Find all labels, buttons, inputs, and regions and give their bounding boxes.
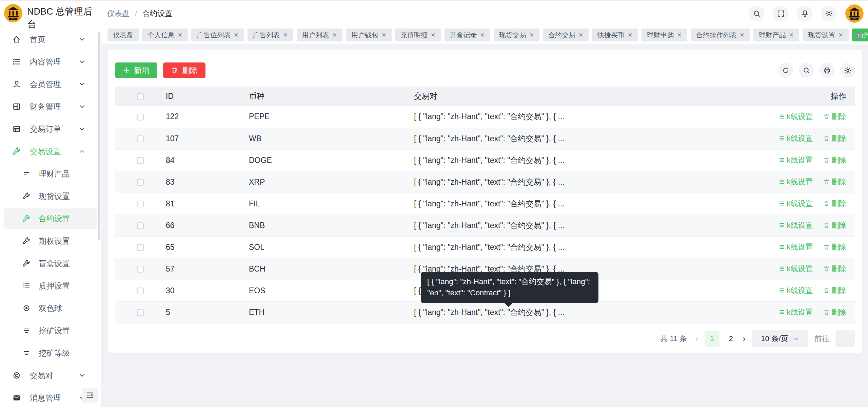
close-icon[interactable]: ✕ [178,32,182,38]
print-icon[interactable] [820,63,834,78]
row-delete-link[interactable]: 删除 [823,199,846,209]
table-row[interactable]: 84 DOGE [ { "lang": "zh-Hant", "text": "… [115,149,855,171]
tab-ads[interactable]: 广告列表✕ [248,29,293,41]
cell-pair[interactable]: [ { "lang": "zh-Hant", "text": "合约交易" },… [414,128,750,149]
refresh-icon[interactable] [778,63,793,78]
table-search-icon[interactable] [799,63,814,78]
close-icon[interactable]: ✕ [578,32,583,38]
tab-deposits[interactable]: 充值明细✕ [395,29,441,41]
close-icon[interactable]: ✕ [628,32,632,38]
pagination-next-icon[interactable]: › [743,333,746,344]
kline-settings-link[interactable]: k线设置 [779,177,813,187]
tab-contract-ops[interactable]: 合约操作列表✕ [691,29,750,41]
tab-quick-buy[interactable]: 快捷买币✕ [592,29,638,41]
row-delete-link[interactable]: 删除 [823,285,846,296]
close-icon[interactable]: ✕ [740,32,745,38]
tab-ad-slots[interactable]: 广告位列表✕ [191,29,244,41]
row-delete-link[interactable]: 删除 [823,220,846,230]
close-icon[interactable]: ✕ [234,32,238,38]
kline-settings-link[interactable]: k线设置 [779,264,813,274]
table-row[interactable]: 81 FIL [ { "lang": "zh-Hant", "text": "合… [115,193,855,215]
pagination-page-1[interactable]: 1 [705,331,719,347]
table-row[interactable]: 65 SOL [ { "lang": "zh-Hant", "text": "合… [115,236,855,258]
sidebar-item-mining-levels[interactable]: 挖矿等级 [0,342,101,364]
sidebar-item-contract-settings[interactable]: 合约设置 [0,207,101,230]
close-icon[interactable]: ✕ [283,32,288,38]
row-delete-link[interactable]: 删除 [823,112,846,122]
tab-contract-trade[interactable]: 合约交易✕ [543,29,589,41]
sidebar-item-pledge-settings[interactable]: 质押设置 [0,275,101,297]
row-delete-link[interactable]: 删除 [823,133,846,144]
row-delete-link[interactable]: 删除 [823,155,846,165]
tab-spot-settings[interactable]: 现货设置✕ [803,29,848,41]
close-icon[interactable]: ✕ [677,32,682,38]
fullscreen-icon[interactable] [773,6,789,21]
row-delete-link[interactable]: 删除 [823,264,846,274]
cell-pair[interactable]: [ { "lang": "zh-Hant", "text": "合约交易" },… [414,149,750,171]
row-checkbox[interactable] [137,222,144,229]
row-checkbox[interactable] [137,309,144,316]
cell-pair[interactable]: [ { "lang": "zh-Hant", "text": "合约交易" },… [414,171,750,193]
tab-users[interactable]: 用户列表✕ [297,29,342,41]
tab-profile[interactable]: 个人信息✕ [142,29,188,41]
close-icon[interactable]: ✕ [332,32,337,38]
row-checkbox[interactable] [137,135,144,142]
sidebar-item-content[interactable]: 内容管理 [0,51,101,73]
table-row[interactable]: 107 WB [ { "lang": "zh-Hant", "text": "合… [115,128,855,149]
cell-pair[interactable]: [ { "lang": "zh-Hant", "text": "合约交易" },… [414,301,750,323]
row-checkbox[interactable] [137,266,144,273]
row-checkbox[interactable] [137,201,144,207]
breadcrumb-root[interactable]: 仪表盘 [107,8,130,19]
cell-pair[interactable]: [ { "lang": "zh-Hant", "text": "合约交易" },… [414,215,750,236]
tab-box-records[interactable]: 开盒记录✕ [445,29,490,41]
pagination-prev-icon[interactable]: ‹ [695,333,698,344]
sidebar-item-members[interactable]: 会员管理 [0,73,101,95]
sidebar-item-finance[interactable]: 财务管理 [0,95,101,118]
cell-pair[interactable]: [ { "lang": "zh-Hant", "text": "合约交易" },… [414,236,750,258]
settings-gear-icon[interactable] [821,6,837,21]
page-size-select[interactable]: 10 条/页 [752,330,808,347]
close-icon[interactable]: ✕ [529,32,534,38]
table-row[interactable]: 122 PEPE [ { "lang": "zh-Hant", "text": … [115,106,855,128]
sidebar-item-home[interactable]: 首页 [0,28,101,51]
sidebar-fold-icon[interactable] [82,388,98,403]
kline-settings-link[interactable]: k线设置 [779,242,813,252]
goto-page-input[interactable] [835,330,855,347]
row-delete-link[interactable]: 删除 [823,307,846,317]
kline-settings-link[interactable]: k线设置 [779,285,813,296]
close-icon[interactable]: ✕ [789,32,794,38]
kline-settings-link[interactable]: k线设置 [779,220,813,230]
sidebar-item-mining-settings[interactable]: 挖矿设置 [0,319,101,342]
tab-options-grid-icon[interactable] [854,31,863,40]
kline-settings-link[interactable]: k线设置 [779,133,813,144]
table-row[interactable]: 83 XRP [ { "lang": "zh-Hant", "text": "合… [115,171,855,193]
pagination-page-2[interactable]: 2 [726,334,736,343]
tab-dashboard[interactable]: 仪表盘 [107,29,139,41]
row-checkbox[interactable] [137,179,144,186]
table-row[interactable]: 5 ETH [ { "lang": "zh-Hant", "text": "合约… [115,301,855,323]
close-icon[interactable]: ✕ [431,32,435,38]
close-icon[interactable]: ✕ [480,32,485,38]
delete-button[interactable]: 删除 [163,62,205,78]
kline-settings-link[interactable]: k线设置 [779,112,813,122]
sidebar-item-trade-settings[interactable]: 交易设置 [0,140,101,163]
sidebar-item-pairs[interactable]: 交易对 [0,364,101,387]
user-avatar[interactable]: NDBC [845,4,864,23]
column-settings-gear-icon[interactable] [840,63,855,78]
kline-settings-link[interactable]: k线设置 [779,307,813,317]
sidebar-item-options-settings[interactable]: 期权设置 [0,230,101,252]
sidebar-item-wealth-products[interactable]: 理财产品 [0,163,101,185]
search-icon[interactable] [749,6,765,21]
tab-spot-trade[interactable]: 现货交易✕ [494,29,539,41]
close-icon[interactable]: ✕ [381,32,386,38]
tab-wealth-products[interactable]: 理财产品✕ [753,29,799,41]
table-row[interactable]: 66 BNB [ { "lang": "zh-Hant", "text": "合… [115,215,855,236]
sidebar-item-spot-settings[interactable]: 现货设置 [0,185,101,207]
sidebar-item-orders[interactable]: 交易订单 [0,118,101,140]
cell-pair[interactable]: [ { "lang": "zh-Hant", "text": "合约交易" },… [414,193,750,215]
notifications-bell-icon[interactable] [797,6,813,21]
row-delete-link[interactable]: 删除 [823,177,846,187]
sidebar-item-lottery[interactable]: 双色球 [0,297,101,319]
add-button[interactable]: 新增 [115,62,157,78]
sidebar-scrollbar[interactable] [98,32,100,240]
